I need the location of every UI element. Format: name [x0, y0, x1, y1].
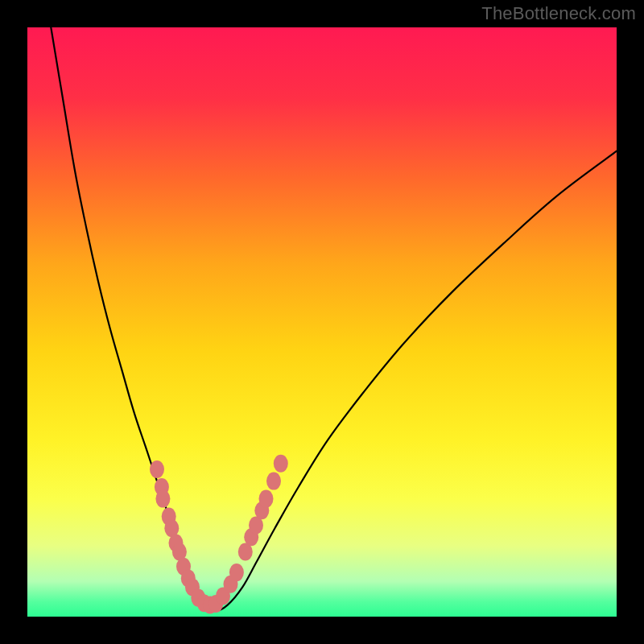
marker-dot [229, 564, 244, 581]
plot-area [27, 27, 617, 617]
marker-dot [150, 460, 164, 478]
marker-dot [155, 490, 170, 508]
bottleneck-curve [51, 27, 617, 611]
marker-dot [266, 473, 281, 490]
chart-frame: TheBottleneck.com [0, 0, 644, 644]
marker-dot [259, 490, 274, 508]
curve-layer [27, 27, 617, 617]
watermark-text: TheBottleneck.com [481, 3, 636, 24]
marker-dot [274, 455, 288, 473]
highlight-markers [150, 455, 288, 614]
